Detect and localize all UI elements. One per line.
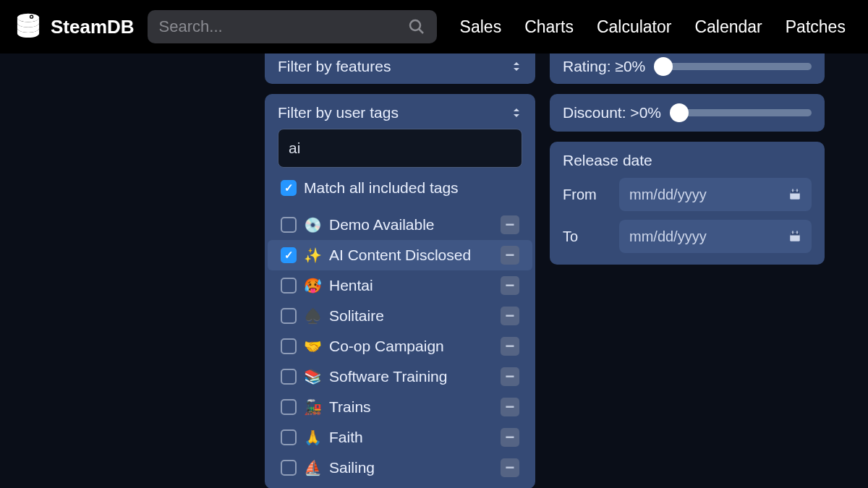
tag-checkbox[interactable] — [281, 369, 297, 385]
tag-checkbox[interactable] — [281, 308, 297, 324]
logo-text: SteamDB — [51, 16, 135, 38]
exclude-tag-button[interactable]: − — [501, 276, 519, 295]
tag-emoji-icon: 🚂 — [304, 398, 322, 416]
tag-emoji-icon: ✨ — [304, 247, 322, 264]
release-from-placeholder: mm/dd/yyyy — [629, 187, 707, 203]
tag-checkbox[interactable] — [281, 278, 297, 294]
rating-panel: Rating: ≥0% — [550, 53, 825, 84]
svg-rect-10 — [790, 233, 800, 236]
tag-emoji-icon: 💿 — [304, 216, 322, 234]
tag-search-box[interactable] — [278, 129, 522, 168]
svg-rect-12 — [796, 231, 798, 234]
filter-features-panel[interactable]: Filter by features — [265, 53, 535, 84]
release-to-row: To mm/dd/yyyy — [563, 220, 812, 253]
exclude-tag-button[interactable]: − — [501, 337, 519, 356]
tag-emoji-icon: 🙏 — [304, 429, 322, 446]
release-from-label: From — [563, 187, 606, 203]
filter-features-label: Filter by features — [278, 58, 391, 75]
exclude-tag-button[interactable]: − — [501, 428, 519, 447]
nav-patches[interactable]: Patches — [786, 17, 846, 37]
exclude-tag-button[interactable]: − — [501, 307, 519, 325]
tag-row[interactable]: ⛵Sailing− — [278, 453, 522, 483]
tag-checkbox[interactable] — [281, 338, 297, 354]
tag-name: Co-op Campaign — [329, 338, 493, 355]
tag-row[interactable]: 🤝Co-op Campaign− — [278, 331, 522, 361]
tag-row[interactable]: ♠️Solitaire− — [278, 301, 522, 331]
tag-row[interactable]: ✨AI Content Disclosed− — [268, 240, 532, 270]
match-all-checkbox[interactable] — [281, 180, 297, 196]
content: Filter by features Filter by user tags M… — [0, 53, 868, 488]
tag-emoji-icon: ⛵ — [304, 459, 322, 476]
tag-emoji-icon: 📚 — [304, 368, 322, 385]
tag-emoji-icon: 🥵 — [304, 277, 322, 294]
logo[interactable]: SteamDB — [13, 12, 135, 42]
tag-name: Trains — [329, 398, 493, 416]
nav-calculator[interactable]: Calculator — [597, 17, 672, 37]
release-from-input[interactable]: mm/dd/yyyy — [619, 178, 812, 211]
exclude-tag-button[interactable]: − — [501, 367, 519, 386]
rating-slider-thumb[interactable] — [654, 57, 673, 76]
release-to-placeholder: mm/dd/yyyy — [629, 228, 707, 245]
tag-name: AI Content Disclosed — [329, 247, 493, 264]
tag-row[interactable]: 📚Software Training− — [278, 361, 522, 392]
tag-checkbox[interactable] — [281, 460, 297, 476]
calendar-icon — [788, 188, 801, 201]
chevron-sort-icon — [511, 107, 522, 119]
tag-name: Faith — [329, 429, 493, 446]
match-all-label: Match all included tags — [304, 179, 459, 197]
svg-point-3 — [410, 20, 420, 30]
header: SteamDB Sales Charts Calculator Calendar… — [0, 0, 868, 53]
rating-slider[interactable] — [655, 63, 812, 70]
tag-name: Solitaire — [329, 307, 493, 325]
tag-row[interactable]: 🙏Faith− — [278, 422, 522, 453]
rating-label: Rating: ≥0% — [563, 58, 645, 75]
exclude-tag-button[interactable]: − — [501, 246, 519, 265]
tag-search-input[interactable] — [289, 140, 511, 157]
calendar-icon — [788, 230, 801, 243]
svg-rect-11 — [792, 231, 793, 234]
tag-name: Hentai — [329, 277, 493, 294]
tag-row[interactable]: 🚂Trains− — [278, 392, 522, 422]
discount-panel: Discount: >0% — [550, 94, 825, 132]
tag-name: Sailing — [329, 459, 493, 476]
svg-rect-6 — [790, 191, 800, 194]
search-icon — [408, 18, 425, 35]
filter-tags-label: Filter by user tags — [278, 104, 399, 121]
search-input[interactable] — [159, 17, 408, 36]
filter-tags-header[interactable]: Filter by user tags — [278, 104, 522, 121]
exclude-tag-button[interactable]: − — [501, 458, 519, 477]
exclude-tag-button[interactable]: − — [501, 398, 519, 416]
tag-checkbox[interactable] — [281, 399, 297, 415]
nav-calendar[interactable]: Calendar — [694, 17, 762, 37]
tag-row[interactable]: 🥵Hentai− — [278, 270, 522, 301]
search-box[interactable] — [148, 10, 437, 43]
tag-name: Software Training — [329, 368, 493, 385]
tag-checkbox[interactable] — [281, 247, 297, 263]
release-from-row: From mm/dd/yyyy — [563, 178, 812, 211]
tag-emoji-icon: ♠️ — [304, 307, 322, 325]
tag-row[interactable]: 💿Demo Available− — [278, 210, 522, 240]
svg-point-2 — [30, 16, 33, 18]
tag-checkbox[interactable] — [281, 217, 297, 233]
chevron-sort-icon — [511, 61, 522, 72]
release-date-title: Release date — [563, 152, 812, 169]
svg-point-0 — [17, 14, 39, 22]
steamdb-logo-icon — [13, 12, 43, 42]
discount-slider[interactable] — [671, 109, 812, 116]
discount-label: Discount: >0% — [563, 104, 661, 121]
sliders-column: Rating: ≥0% Discount: >0% Release date F… — [550, 53, 825, 488]
tag-list: 💿Demo Available−✨AI Content Disclosed−🥵H… — [278, 210, 522, 483]
tag-name: Demo Available — [329, 216, 493, 234]
release-to-input[interactable]: mm/dd/yyyy — [619, 220, 812, 253]
tag-checkbox[interactable] — [281, 429, 297, 445]
filters-column: Filter by features Filter by user tags M… — [265, 53, 535, 488]
tag-emoji-icon: 🤝 — [304, 338, 322, 355]
filter-tags-panel: Filter by user tags Match all included t… — [265, 94, 535, 488]
nav-charts[interactable]: Charts — [524, 17, 574, 37]
exclude-tag-button[interactable]: − — [501, 215, 519, 234]
discount-slider-thumb[interactable] — [670, 103, 689, 122]
release-to-label: To — [563, 228, 606, 245]
match-all-row[interactable]: Match all included tags — [278, 174, 522, 202]
release-date-panel: Release date From mm/dd/yyyy To mm/dd/yy… — [550, 142, 825, 265]
nav-sales[interactable]: Sales — [460, 17, 502, 37]
